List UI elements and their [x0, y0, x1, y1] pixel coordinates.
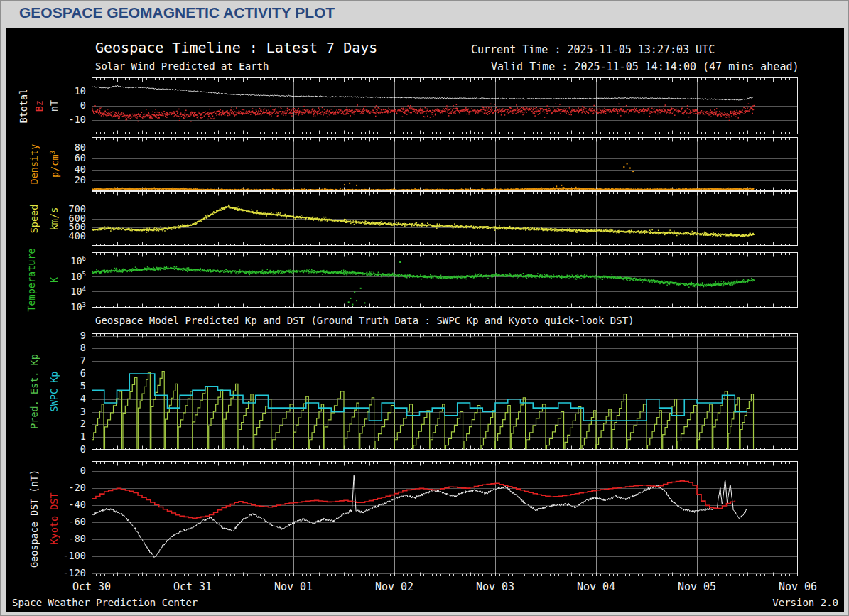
y-tick-label: 103	[46, 301, 86, 312]
axis-label-speed-0: Speed	[30, 204, 40, 233]
y-tick-label: 9	[46, 331, 86, 341]
y-tick-label: 10	[46, 87, 86, 97]
x-axis-label-6: Nov 05	[678, 580, 716, 593]
axis-label-kp-0: Pred. Est. Kp	[30, 354, 40, 429]
panel-canvas-temperature	[92, 252, 798, 308]
axis-label-density-1: p/cm3	[50, 151, 60, 178]
y-tick-label: 400	[46, 232, 86, 242]
y-tick-label: 1	[46, 432, 86, 442]
x-axis-label-2: Nov 01	[274, 580, 313, 593]
y-tick-label: 0	[46, 445, 86, 455]
x-axis-label-7: Nov 06	[779, 580, 817, 593]
y-tick-label: 106	[46, 255, 86, 266]
section-title-kp-dst: Geospace Model Predicted Kp and DST (Gro…	[95, 315, 634, 326]
axis-label-temperature-1: K	[50, 277, 60, 283]
y-tick-label: -10	[46, 115, 86, 125]
x-axis-label-0: Oct 30	[72, 580, 111, 593]
chart-title: Geospace Timeline : Latest 7 Days	[95, 39, 377, 56]
valid-time-label: Valid Time : 2025-11-05 14:14:00 (47 min…	[491, 60, 799, 73]
chart-subtitle: Solar Wind Predicted at Earth	[95, 60, 269, 72]
x-axis-label-4: Nov 03	[476, 580, 514, 593]
y-tick-label: -20	[46, 484, 86, 494]
y-tick-label: 7	[46, 356, 86, 366]
axis-label-speed-1: km/s	[50, 207, 60, 230]
panel-canvas-bfield	[92, 77, 798, 134]
x-axis-label-1: Oct 31	[173, 580, 212, 593]
axis-label-bfield-0: Btotal	[19, 89, 29, 124]
x-axis-label-5: Nov 04	[577, 580, 615, 593]
plot-frame: Geospace Timeline : Latest 7 Days Curren…	[6, 28, 844, 612]
y-tick-label: -120	[46, 569, 86, 579]
axis-label-density-0: Density	[30, 144, 40, 185]
page-header: GEOSPACE GEOMAGNETIC ACTIVITY PLOT	[1, 1, 848, 28]
axis-label-temperature-0: Temperature	[27, 248, 37, 311]
panel-canvas-dst	[92, 461, 798, 576]
axis-label-kp-1: SWPC Kp	[50, 372, 60, 412]
y-tick-label: 104	[46, 286, 86, 297]
panel-canvas-speed	[92, 191, 798, 246]
axis-label-bfield-2: nT	[50, 100, 60, 112]
current-time-label: Current Time : 2025-11-05 13:27:03 UTC	[471, 43, 715, 56]
panel-canvas-kp	[92, 333, 798, 450]
geospace-plot-page: GEOSPACE GEOMAGNETIC ACTIVITY PLOT Geosp…	[0, 0, 849, 616]
y-tick-label: 2	[46, 420, 86, 430]
y-tick-label: 0	[46, 467, 86, 477]
panel-canvas-density	[92, 137, 798, 191]
page-title: GEOSPACE GEOMAGNETIC ACTIVITY PLOT	[19, 4, 335, 21]
y-tick-label: 8	[46, 344, 86, 354]
x-axis-label-3: Nov 02	[375, 580, 413, 593]
footer-credit: Space Weather Prediction Center	[12, 597, 198, 608]
axis-label-dst-0: Geospace DST (nT)	[30, 470, 40, 568]
axis-label-bfield-1: Bz	[35, 100, 45, 112]
footer-version: Version 2.0	[772, 597, 838, 608]
axis-label-dst-1: Kyoto DST	[50, 492, 60, 544]
y-tick-label: -100	[46, 552, 86, 562]
